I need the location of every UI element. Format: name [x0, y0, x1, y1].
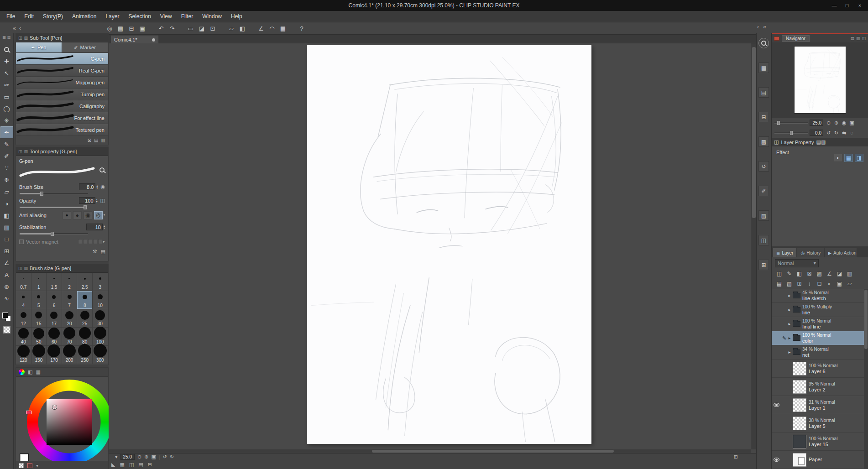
eyedropper-tool-icon[interactable]: ✑: [0, 79, 13, 91]
brush-size-cell[interactable]: 170: [47, 346, 62, 364]
stabilization-value[interactable]: 18: [86, 224, 103, 230]
color-history-icon[interactable]: [27, 463, 32, 468]
folder-expand-icon[interactable]: ►: [788, 350, 793, 354]
subtool-group-tab[interactable]: ✒ Pen: [16, 42, 62, 52]
brush-size-value[interactable]: 8.0: [79, 183, 95, 190]
subtool-item[interactable]: Real G-pen: [16, 65, 108, 77]
canvas-vertical-scrollbar[interactable]: [751, 43, 756, 449]
brush-size-cell[interactable]: 4: [16, 291, 31, 309]
brush-size-cell[interactable]: 6: [47, 291, 62, 309]
subtool-item[interactable]: Textured pen: [16, 124, 108, 136]
brush-size-cell[interactable]: 1.5: [47, 273, 62, 291]
minimize-button[interactable]: —: [828, 1, 841, 10]
subtool-group-tab[interactable]: ✐ Marker: [62, 42, 108, 52]
page-view-icon[interactable]: ▤: [138, 462, 143, 468]
palette-menu-icon[interactable]: ▥: [24, 149, 28, 154]
history-palette-icon[interactable]: ↺: [758, 161, 769, 172]
navigator-zoom-value[interactable]: 25.0: [810, 120, 823, 126]
title-bar[interactable]: Comic4.1* (21.10 x 29.70cm 300dpi 25.0%)…: [0, 0, 868, 11]
vector-magnet-strength[interactable]: ▸: [78, 239, 105, 244]
airbrush-tool-icon[interactable]: ∵: [0, 162, 13, 174]
invert-selection-icon[interactable]: ◪: [197, 23, 207, 33]
catalog-palette-icon[interactable]: ◫: [758, 235, 769, 245]
dock-handle-icon[interactable]: ▦: [2, 35, 6, 39]
lock-transparent-pixels-icon[interactable]: ▨: [815, 270, 824, 278]
edit-layer-icon[interactable]: ✎: [785, 270, 794, 278]
subtool-item[interactable]: Calligraphy: [16, 100, 108, 112]
palette-menu-icon[interactable]: ▥: [821, 139, 826, 145]
scrollbar-thumb[interactable]: [864, 290, 868, 349]
lasso-tool-icon[interactable]: ◯: [0, 103, 13, 115]
folder-expand-icon[interactable]: ►: [788, 322, 793, 326]
tone-palette-icon[interactable]: ▩: [758, 136, 769, 147]
deselect-icon[interactable]: ▭: [186, 23, 196, 33]
layer-row[interactable]: 38 % Normal Layer 5: [772, 414, 868, 433]
brush-size-slider[interactable]: [20, 191, 88, 195]
brush-tool-icon[interactable]: ✐: [0, 150, 13, 162]
layer-row[interactable]: ► 34 % Normal net: [772, 345, 868, 360]
opacity-stepper[interactable]: ▴▾: [96, 198, 98, 203]
eraser-tool-icon[interactable]: ▱: [0, 186, 13, 198]
tool-property-header[interactable]: ◫ ▥ Tool property [G-pen]: [16, 147, 108, 156]
menu-item[interactable]: Animation: [68, 11, 101, 22]
layer-row[interactable]: 100 % Normal Layer 6: [772, 360, 868, 378]
layer-row[interactable]: 100 % Normal Layer 15: [772, 433, 868, 451]
close-button[interactable]: ×: [853, 1, 866, 10]
stabilization-slider[interactable]: [20, 231, 88, 235]
gradient-tool-icon[interactable]: ▥: [0, 221, 13, 233]
blend-tool-icon[interactable]: ◑: [0, 198, 13, 209]
menu-item[interactable]: Edit: [20, 11, 38, 22]
brush-size-cell[interactable]: 7: [62, 291, 78, 309]
split-view-icon[interactable]: ◫: [129, 462, 134, 468]
lock-layer-icon[interactable]: ⊠: [805, 270, 814, 278]
material-palette-icon[interactable]: ▤: [758, 87, 769, 98]
dock-collapse-right-icon[interactable]: ‹ «: [757, 24, 768, 30]
layer-row[interactable]: ► 45 % Normal line sketch: [772, 289, 868, 303]
hue-marker[interactable]: [26, 411, 31, 414]
palette-menu-icon[interactable]: ▥: [856, 36, 860, 41]
new-canvas-icon[interactable]: ▤: [115, 23, 125, 33]
canvas-zoom-value[interactable]: 25.0: [120, 454, 135, 460]
pencil-tool-icon[interactable]: ✎: [0, 138, 13, 150]
snap-special-ruler-icon[interactable]: ◠: [267, 23, 277, 33]
minimize-palette-icon[interactable]: ▤: [850, 36, 854, 41]
brush-size-cell[interactable]: 50: [31, 328, 47, 346]
scrollbar-thumb[interactable]: [372, 450, 614, 453]
brush-size-cell[interactable]: 2.5: [77, 273, 93, 291]
folder-palette-icon[interactable]: ⊞: [758, 260, 769, 270]
brush-size-cell[interactable]: 1: [31, 273, 47, 291]
pattern-palette-icon[interactable]: ▨: [758, 210, 769, 221]
brush-size-cell[interactable]: 25: [77, 309, 93, 328]
brush-size-cell[interactable]: 40: [16, 328, 31, 346]
palette-menu-icon[interactable]: ▥: [24, 36, 28, 40]
fit-icon[interactable]: ◉: [840, 119, 848, 127]
brush-size-panel-header[interactable]: ◫ ▥ Brush size [G-pen]: [16, 264, 108, 273]
menu-item[interactable]: Help: [226, 11, 247, 22]
layer-panel-tab[interactable]: ◷ History: [797, 248, 824, 257]
subtool-item[interactable]: G-pen: [16, 53, 108, 65]
brush-size-cell[interactable]: 15: [31, 309, 47, 328]
subtool-panel-header[interactable]: ◫ ▥ Sub Tool [Pen]: [16, 34, 108, 42]
register-settings-icon[interactable]: ▤: [101, 249, 105, 255]
navigator-rotate-value[interactable]: 0.0: [810, 130, 823, 136]
folder-expand-icon[interactable]: ►: [788, 308, 793, 312]
dock-options-icon[interactable]: ◫: [862, 36, 866, 41]
zoom-tool-icon[interactable]: [0, 43, 13, 55]
brush-size-cell[interactable]: 300: [93, 346, 108, 364]
palette-color-icon[interactable]: ◫: [775, 270, 784, 278]
aa-none-icon[interactable]: ●: [63, 211, 71, 219]
new-folder-icon[interactable]: ⊞: [795, 280, 804, 288]
brush-size-cell[interactable]: 8: [77, 291, 93, 309]
set-as-ruler-icon[interactable]: ∠: [825, 270, 834, 278]
clip-studio-logo-icon[interactable]: ◎: [105, 23, 115, 33]
opacity-value[interactable]: 100: [79, 197, 95, 204]
new-raster-layer-icon[interactable]: ▤: [775, 280, 784, 288]
new-vector-layer-icon[interactable]: ▧: [785, 280, 794, 288]
canvas-grip-icon[interactable]: ◣: [111, 462, 115, 468]
lock-icon[interactable]: ⊠: [88, 138, 91, 143]
zoom-preset-icon[interactable]: ▾: [115, 454, 118, 460]
layer-visibility-icon[interactable]: [774, 458, 779, 462]
zoom-in-icon[interactable]: ⊕: [832, 119, 840, 127]
thumbnail-view-icon[interactable]: ▦: [120, 462, 124, 468]
brush-size-cell[interactable]: 250: [77, 346, 93, 364]
